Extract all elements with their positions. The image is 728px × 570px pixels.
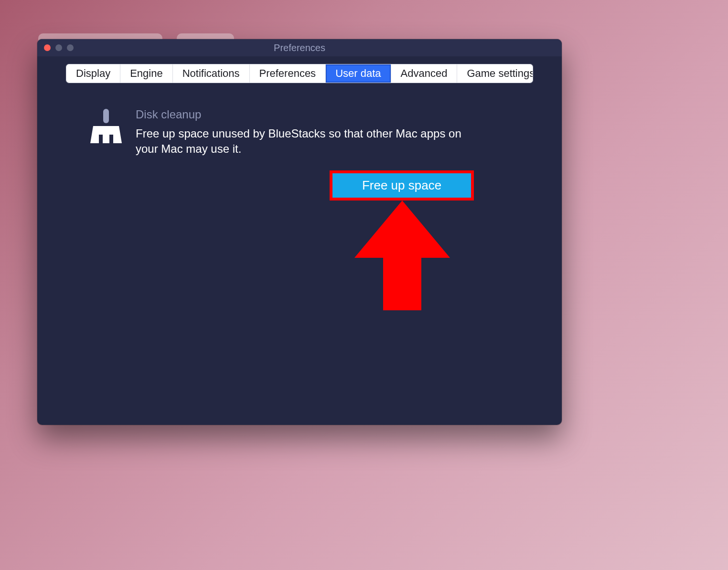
tabs: Display Engine Notifications Preferences… bbox=[66, 64, 533, 83]
disk-cleanup-text: Disk cleanup Free up space unused by Blu… bbox=[136, 108, 480, 157]
preferences-window: Preferences Display Engine Notifications… bbox=[37, 39, 562, 425]
tab-notifications[interactable]: Notifications bbox=[173, 64, 250, 83]
action-row: Free up space bbox=[90, 170, 531, 201]
annotation-arrow-wrap bbox=[90, 201, 531, 320]
section-description: Free up space unused by BlueStacks so th… bbox=[136, 126, 480, 157]
window-controls bbox=[44, 44, 74, 51]
section-title: Disk cleanup bbox=[136, 108, 480, 121]
tabs-container: Display Engine Notifications Preferences… bbox=[37, 56, 562, 83]
free-up-space-button[interactable]: Free up space bbox=[332, 173, 471, 198]
content-area: Disk cleanup Free up space unused by Blu… bbox=[37, 83, 562, 320]
tab-game-settings[interactable]: Game settings bbox=[457, 64, 533, 83]
close-window-button[interactable] bbox=[44, 44, 51, 51]
tab-display[interactable]: Display bbox=[66, 64, 120, 83]
titlebar: Preferences bbox=[37, 39, 562, 56]
svg-rect-0 bbox=[103, 109, 109, 123]
annotation-arrow-up-icon bbox=[354, 201, 450, 320]
tab-engine[interactable]: Engine bbox=[120, 64, 173, 83]
tab-preferences[interactable]: Preferences bbox=[250, 64, 326, 83]
tab-advanced[interactable]: Advanced bbox=[391, 64, 458, 83]
cleanup-icon bbox=[90, 108, 122, 145]
svg-marker-1 bbox=[354, 201, 450, 310]
window-title: Preferences bbox=[37, 42, 562, 53]
maximize-window-button[interactable] bbox=[67, 44, 74, 51]
minimize-window-button[interactable] bbox=[55, 44, 62, 51]
tab-user-data[interactable]: User data bbox=[326, 64, 391, 83]
disk-cleanup-row: Disk cleanup Free up space unused by Blu… bbox=[90, 108, 531, 157]
annotation-highlight-box: Free up space bbox=[330, 170, 474, 201]
